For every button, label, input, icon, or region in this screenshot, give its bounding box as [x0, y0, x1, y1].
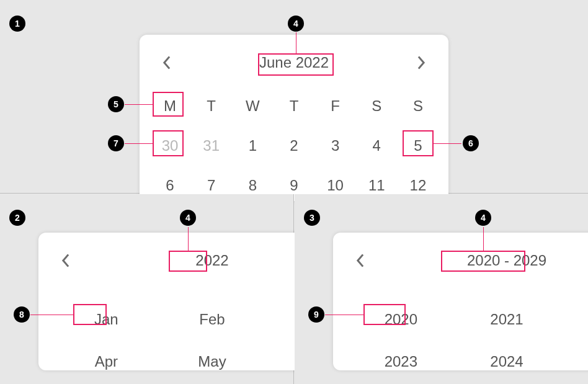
annotation-highlight-title [258, 53, 334, 76]
chevron-left-icon [356, 254, 365, 267]
chevron-left-icon [163, 56, 171, 69]
prev-decade-button[interactable] [348, 248, 373, 273]
annotation-bubble-4c: 4 [475, 210, 491, 226]
chevron-left-icon [61, 254, 70, 267]
annotation-line [296, 32, 296, 53]
annotation-bubble-8: 8 [14, 306, 30, 323]
weekday-header: T [196, 93, 227, 119]
annotation-bubble-3: 3 [304, 210, 320, 226]
chevron-right-icon [417, 56, 425, 69]
weekday-header: T [278, 93, 310, 119]
annotation-line [30, 315, 73, 315]
annotation-highlight-decade-title [441, 251, 525, 272]
annotation-line [483, 227, 484, 251]
annotation-bubble-4b: 4 [180, 210, 196, 226]
panel-year-view: 2020 - 2029 2020 2021 2022 2023 2024 202… [295, 194, 588, 384]
year-cell[interactable]: 2023 [348, 353, 454, 370]
annotation-line [125, 143, 153, 144]
annotation-highlight-dow-m [153, 92, 184, 117]
annotation-bubble-4: 4 [288, 16, 304, 32]
annotation-bubble-9: 9 [308, 306, 324, 323]
annotation-bubble-1: 1 [9, 16, 25, 32]
annotation-bubble-7: 7 [108, 135, 124, 151]
year-cell[interactable]: 2021 [454, 311, 560, 328]
annotation-highlight-2020 [363, 304, 406, 325]
prev-month-button[interactable] [154, 50, 179, 75]
day-cell[interactable]: 3 [320, 133, 351, 159]
annotation-bubble-2: 2 [9, 210, 25, 226]
annotation-highlight-jan [73, 304, 107, 325]
year-cell[interactable]: 2025 [559, 353, 588, 370]
annotation-line [188, 227, 189, 251]
weekday-header: S [361, 93, 392, 119]
day-cell[interactable]: 4 [361, 133, 392, 159]
month-cell[interactable]: Apr [53, 353, 159, 370]
month-cell[interactable]: May [159, 353, 265, 370]
annotation-line [125, 104, 153, 105]
weekday-header: S [403, 93, 434, 119]
annotation-highlight-day-30 [153, 130, 184, 156]
day-cell[interactable]: 31 [196, 133, 227, 159]
annotation-bubble-6: 6 [463, 135, 479, 151]
day-cell[interactable]: 1 [237, 133, 268, 159]
weekday-header-row: M T W T F S S [154, 93, 434, 119]
annotation-bubble-5: 5 [108, 96, 124, 112]
day-cell[interactable]: 2 [278, 133, 310, 159]
weekday-header: F [320, 93, 351, 119]
month-cell[interactable]: Feb [159, 311, 265, 328]
day-row: 30 31 1 2 3 4 5 [154, 133, 434, 159]
annotation-line [434, 143, 461, 144]
annotation-highlight-day-5 [403, 130, 434, 156]
panel-month-view: 2022 Jan Feb Mar Apr May Jun [0, 194, 294, 384]
prev-year-button[interactable] [53, 248, 78, 273]
weekday-header: W [237, 93, 268, 119]
next-month-button[interactable] [409, 50, 434, 75]
annotation-highlight-year-title [169, 251, 207, 272]
annotation-line [325, 315, 363, 315]
year-row: 2023 2024 2025 [348, 353, 588, 370]
year-cell[interactable]: 2024 [454, 353, 560, 370]
year-cell[interactable]: 2022 [559, 311, 588, 328]
